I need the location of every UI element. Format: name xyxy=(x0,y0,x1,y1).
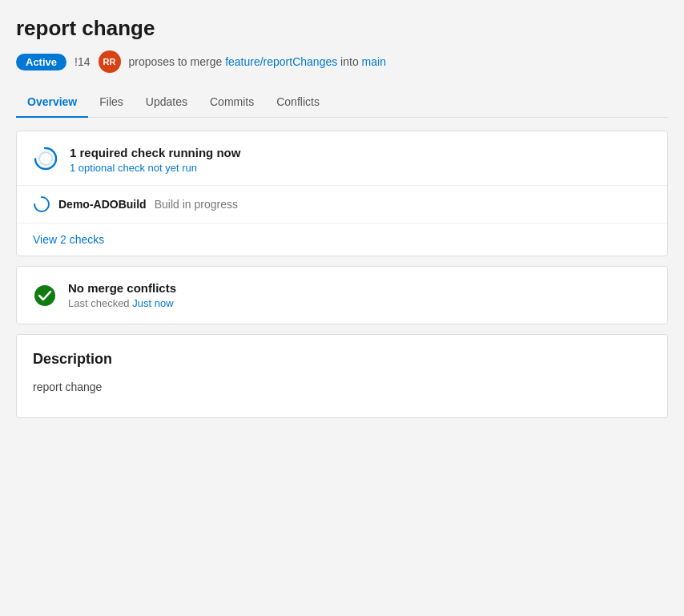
view-checks-link[interactable]: View 2 checks xyxy=(33,233,104,246)
tab-commits[interactable]: Commits xyxy=(199,87,265,118)
pr-id: !14 xyxy=(74,55,90,68)
build-name: Demo-ADOBuild xyxy=(58,198,147,211)
merge-text: proposes to merge feature/reportChanges … xyxy=(129,55,386,68)
tab-files[interactable]: Files xyxy=(88,87,135,118)
page-wrapper: report change Active !14 RR proposes to … xyxy=(0,0,684,616)
checks-text: 1 required check running now 1 optional … xyxy=(70,146,240,174)
source-branch-link[interactable]: feature/reportChanges xyxy=(225,55,337,68)
target-branch-link[interactable]: main xyxy=(362,55,386,68)
checks-card: 1 required check running now 1 optional … xyxy=(16,131,668,256)
running-check-icon xyxy=(33,146,58,171)
checks-header-section: 1 required check running now 1 optional … xyxy=(17,131,667,174)
svg-point-1 xyxy=(39,152,52,165)
svg-point-2 xyxy=(34,197,49,211)
tab-overview[interactable]: Overview xyxy=(16,87,88,118)
build-row: Demo-ADOBuild Build in progress xyxy=(17,185,667,223)
active-badge: Active xyxy=(16,54,66,70)
description-body: report change xyxy=(33,380,651,393)
success-icon xyxy=(33,284,57,308)
no-conflicts-title: No merge conflicts xyxy=(68,281,176,295)
tabs-nav: Overview Files Updates Commits Conflicts xyxy=(16,87,668,118)
tab-updates[interactable]: Updates xyxy=(135,87,199,118)
description-card: Description report change xyxy=(16,334,668,418)
view-checks-row: View 2 checks xyxy=(17,223,667,256)
build-status: Build in progress xyxy=(155,198,238,211)
no-conflicts-section: No merge conflicts Last checked Just now xyxy=(17,267,667,324)
svg-point-3 xyxy=(34,285,55,306)
last-checked: Last checked Just now xyxy=(68,297,176,309)
checks-title: 1 required check running now xyxy=(70,146,240,159)
build-in-progress-icon xyxy=(33,195,50,213)
page-title: report change xyxy=(16,16,668,41)
checks-header: 1 required check running now 1 optional … xyxy=(33,146,651,174)
optional-check-link[interactable]: 1 optional check not yet run xyxy=(70,162,240,174)
just-now-link[interactable]: Just now xyxy=(132,297,173,309)
pr-meta: Active !14 RR proposes to merge feature/… xyxy=(16,50,668,73)
no-conflicts-text: No merge conflicts Last checked Just now xyxy=(68,281,176,309)
avatar: RR xyxy=(99,50,121,73)
svg-point-0 xyxy=(35,148,56,169)
content-area: 1 required check running now 1 optional … xyxy=(16,131,668,418)
no-conflicts-card: No merge conflicts Last checked Just now xyxy=(16,266,668,324)
description-heading: Description xyxy=(33,351,651,368)
tab-conflicts[interactable]: Conflicts xyxy=(265,87,331,118)
